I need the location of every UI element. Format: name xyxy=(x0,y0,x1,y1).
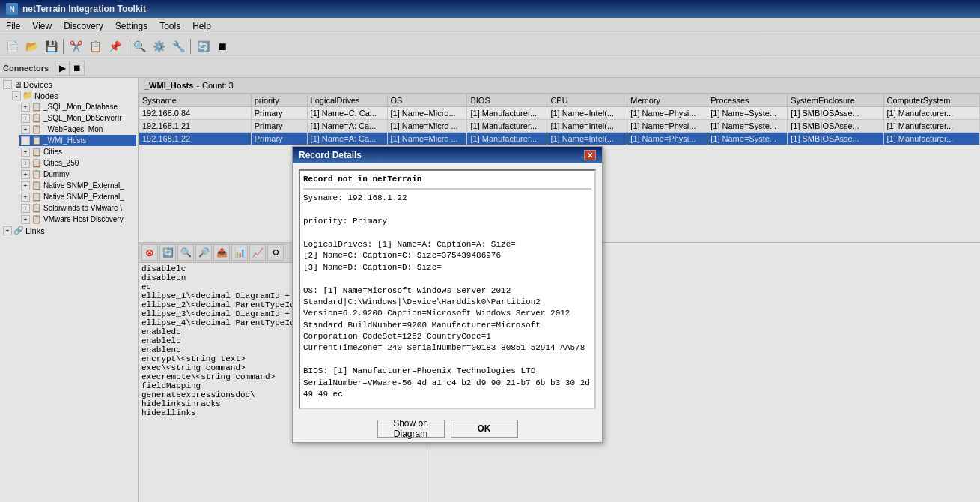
btn-settings2[interactable]: ⚙ xyxy=(267,244,284,261)
col-computersystem[interactable]: ComputerSystem xyxy=(883,94,979,107)
toolbar-tools[interactable]: 🔧 xyxy=(169,37,187,55)
sidebar-item-sql-mon-db-server[interactable]: + 📋 _SQL_Mon_DbServerIr xyxy=(19,112,136,124)
menu-help[interactable]: Help xyxy=(186,19,217,33)
toolbar-cut[interactable]: ✂️ xyxy=(67,37,85,55)
cell-bios-0: [1] Manufacturer... xyxy=(467,107,547,120)
connectors-run[interactable]: ▶ xyxy=(55,61,70,76)
modal-close-button[interactable]: ✕ xyxy=(584,150,596,160)
modal-text-area[interactable]: Record not in netTerrain Sysname: 192.16… xyxy=(299,169,596,409)
table-row[interactable]: 192.168.0.84 Primary [1] Name=C: Ca... [… xyxy=(139,107,980,120)
ok-button[interactable]: OK xyxy=(451,420,518,438)
sidebar-item-cities-250[interactable]: + 📋 Cities_250 xyxy=(19,157,136,169)
btn-filter2[interactable]: 🔎 xyxy=(195,244,212,261)
sidebar-item-native-snmp-2[interactable]: + 📋 Native SNMP_External_ xyxy=(19,191,136,202)
expand-native-snmp-1[interactable]: + xyxy=(21,181,30,190)
cell-systemenclosure-0: [1] SMBIOSAsse... xyxy=(788,107,883,120)
cell-logicaldrives-1: [1] Name=A: Ca... xyxy=(307,120,387,133)
toolbar-settings[interactable]: ⚙️ xyxy=(150,37,168,55)
expand-cities-250[interactable]: + xyxy=(21,159,30,168)
col-sysname[interactable]: Sysname xyxy=(139,94,252,107)
toolbar-save[interactable]: 💾 xyxy=(42,37,60,55)
sidebar-item-nodes[interactable]: - 📁 Nodes xyxy=(10,90,136,101)
menu-file[interactable]: File xyxy=(0,19,26,33)
toolbar-refresh[interactable]: 🔄 xyxy=(194,37,212,55)
sql-mon-db-label: _SQL_Mon_Database xyxy=(43,103,118,111)
toolbar-new[interactable]: 📄 xyxy=(3,37,21,55)
col-priority[interactable]: priority xyxy=(251,94,307,107)
cell-cpu-1: [1] Name=Intel(... xyxy=(547,120,627,133)
table-title: _WMI_Hosts xyxy=(144,81,193,90)
sidebar-tree: - 🖥 Devices - 📁 Nodes + 📋 _SQL_Mon_Datab… xyxy=(0,78,138,238)
col-memory[interactable]: Memory xyxy=(627,94,707,107)
toolbar-copy[interactable]: 📋 xyxy=(86,37,104,55)
solarwinds-icon: 📋 xyxy=(31,203,42,213)
sidebar-item-webpages-mon[interactable]: + 📋 _WebPages_Mon xyxy=(19,124,136,135)
sidebar-item-links[interactable]: + 🔗 Links xyxy=(1,225,136,236)
modal-line-2: Sysname: 192.168.1.22 xyxy=(303,193,591,204)
cell-os-2: [1] Name=Micro ... xyxy=(387,133,467,145)
expand-vmware[interactable]: + xyxy=(21,215,30,224)
btn-table[interactable]: 📊 xyxy=(231,244,248,261)
cities-label: Cities xyxy=(43,148,62,156)
sidebar-item-cities[interactable]: + 📋 Cities xyxy=(19,146,136,157)
app-title: netTerrain Integration Toolkit xyxy=(22,4,146,14)
sql-mon-db-server-label: _SQL_Mon_DbServerIr xyxy=(43,114,122,122)
col-bios[interactable]: BIOS xyxy=(467,94,547,107)
devices-label: Devices xyxy=(23,80,52,89)
btn-stop-red[interactable]: ⊗ xyxy=(141,244,158,261)
modal-line-0: Record not in netTerrain xyxy=(303,174,591,185)
table-count: Count: 3 xyxy=(202,81,234,90)
toolbar-paste[interactable]: 📌 xyxy=(106,37,124,55)
expand-native-snmp-2[interactable]: + xyxy=(21,193,30,202)
expand-solarwinds[interactable]: + xyxy=(21,204,30,213)
sidebar-item-sql-mon-db[interactable]: + 📋 _SQL_Mon_Database xyxy=(19,101,136,112)
table-row[interactable]: 192.168.1.21 Primary [1] Name=A: Ca... [… xyxy=(139,120,980,133)
sidebar-item-vmware[interactable]: + 📋 VMware Host Discovery. xyxy=(19,214,136,225)
sidebar-item-wmi-hosts[interactable]: + 📋 _WMI_Hosts xyxy=(19,135,136,146)
btn-export[interactable]: 📤 xyxy=(213,244,230,261)
modal-title: Record Details xyxy=(299,150,362,160)
webpages-mon-label: _WebPages_Mon xyxy=(43,125,103,133)
cell-bios-2: [1] Manufacturer... xyxy=(467,133,547,145)
expand-links[interactable]: + xyxy=(3,226,12,235)
sidebar-item-native-snmp-1[interactable]: + 📋 Native SNMP_External_ xyxy=(19,180,136,191)
col-systemenclosure[interactable]: SystemEnclosure xyxy=(788,94,883,107)
col-processes[interactable]: Processes xyxy=(707,94,788,107)
show-on-diagram-button[interactable]: Show on Diagram xyxy=(377,420,445,438)
expand-nodes[interactable]: - xyxy=(12,91,21,100)
expand-cities[interactable]: + xyxy=(21,148,30,157)
expand-devices[interactable]: - xyxy=(3,80,12,89)
btn-filter[interactable]: 🔍 xyxy=(177,244,194,261)
sidebar-item-devices[interactable]: - 🖥 Devices xyxy=(1,79,136,90)
toolbar-sep-2 xyxy=(127,39,127,54)
expand-sql-mon-db[interactable]: + xyxy=(21,103,30,112)
nodes-label: Nodes xyxy=(34,91,58,100)
col-logicaldrives[interactable]: LogicalDrives xyxy=(307,94,387,107)
expand-dummy[interactable]: + xyxy=(21,170,30,179)
btn-diagram[interactable]: 📈 xyxy=(249,244,266,261)
toolbar-stop[interactable]: ⏹ xyxy=(213,37,231,55)
table-row[interactable]: 192.168.1.22 Primary [1] Name=A: Ca... [… xyxy=(139,133,980,145)
table-separator: - xyxy=(196,81,199,90)
sidebar-item-dummy[interactable]: + 📋 Dummy xyxy=(19,169,136,180)
expand-sql-mon-db-server[interactable]: + xyxy=(21,114,30,123)
menu-settings[interactable]: Settings xyxy=(109,19,153,33)
menu-view[interactable]: View xyxy=(26,19,58,33)
sidebar-item-solarwinds[interactable]: + 📋 Solarwinds to VMware \ xyxy=(19,202,136,214)
cell-bios-1: [1] Manufacturer... xyxy=(467,120,547,133)
toolbar-open[interactable]: 📂 xyxy=(22,37,40,55)
col-os[interactable]: OS xyxy=(387,94,467,107)
sidebar: - 🖥 Devices - 📁 Nodes + 📋 _SQL_Mon_Datab… xyxy=(0,78,139,502)
menu-discovery[interactable]: Discovery xyxy=(58,19,109,33)
sql-mon-db-server-icon: 📋 xyxy=(31,113,42,123)
modal-line-6: LogicalDrives: [1] Name=A: Caption=A: Si… xyxy=(303,239,591,250)
col-cpu[interactable]: CPU xyxy=(547,94,627,107)
connectors-stop[interactable]: ⏹ xyxy=(70,61,85,76)
btn-refresh-green[interactable]: 🔄 xyxy=(159,244,176,261)
menu-tools[interactable]: Tools xyxy=(153,19,186,33)
expand-webpages-mon[interactable]: + xyxy=(21,125,30,134)
expand-wmi-hosts[interactable]: + xyxy=(21,136,30,145)
sql-mon-db-icon: 📋 xyxy=(31,102,42,112)
cell-systemenclosure-2: [1] SMBIOSAsse... xyxy=(788,133,883,145)
toolbar-find[interactable]: 🔍 xyxy=(130,37,148,55)
